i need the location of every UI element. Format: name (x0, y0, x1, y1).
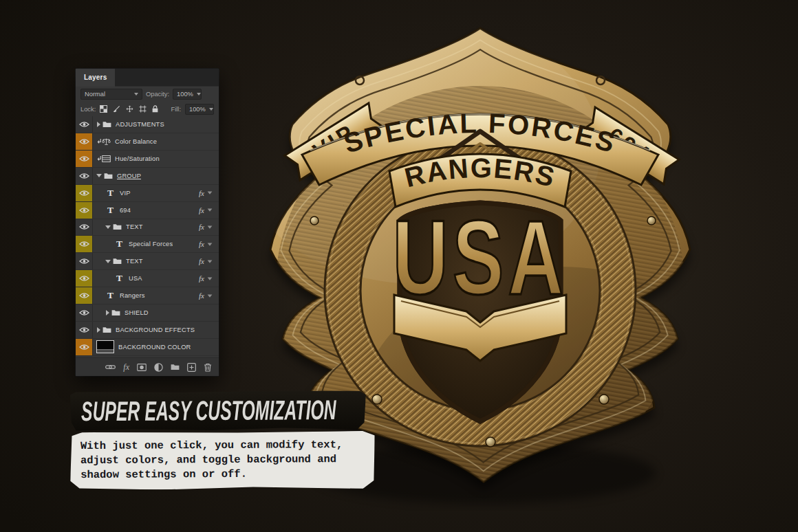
new-layer-button[interactable] (187, 363, 196, 372)
lock-lock-icon[interactable] (152, 105, 158, 113)
lock-label: Lock: (80, 106, 96, 113)
layer-name: ADJUSTMENTS (116, 121, 164, 128)
layer-row-content: ADJUSTMENTS (93, 116, 219, 133)
layer-row[interactable]: TEXTfx (76, 253, 219, 270)
eye-icon (79, 138, 89, 145)
visibility-toggle[interactable] (76, 287, 93, 304)
promo-heading: SUPER EASY CUSTOMIZATION (81, 395, 336, 427)
visibility-toggle[interactable] (76, 304, 93, 321)
fx-label: fx (199, 206, 204, 214)
layer-row-content: T694fx (93, 202, 219, 219)
visibility-toggle[interactable] (76, 219, 93, 236)
layer-row[interactable]: GROUP (76, 168, 219, 185)
chevron-down-icon[interactable] (105, 225, 111, 229)
fill-value: 100% (189, 106, 206, 113)
lock-transparency-icon[interactable] (100, 105, 107, 113)
chevron-right-icon[interactable] (106, 310, 109, 315)
clip-icon (96, 138, 102, 145)
huesat-icon (102, 155, 111, 162)
chevron-down-icon (134, 93, 138, 96)
layer-row-content: GROUP (93, 168, 219, 184)
visibility-toggle[interactable] (76, 151, 93, 167)
promo-body-line: shadow settings on or off. (80, 467, 365, 483)
layer-row[interactable]: TVIPfx (76, 185, 219, 202)
visibility-toggle[interactable] (76, 116, 93, 133)
layer-row[interactable]: ADJUSTMENTS (76, 116, 219, 133)
blend-mode-select[interactable]: Normal (80, 89, 142, 100)
visibility-toggle[interactable] (76, 202, 93, 219)
chevron-down-icon (208, 277, 213, 280)
fx-badge[interactable]: fx (199, 223, 215, 231)
layer-list: ADJUSTMENTSColor BalanceHue/SaturationGR… (76, 116, 219, 357)
mask-button[interactable] (137, 364, 147, 371)
adjustment-button[interactable] (154, 363, 163, 372)
visibility-toggle[interactable] (76, 339, 93, 355)
eye-icon (79, 275, 89, 282)
visibility-toggle[interactable] (76, 236, 93, 252)
eye-icon (79, 344, 89, 351)
link-button[interactable] (105, 364, 116, 370)
lock-icons (100, 105, 158, 113)
chevron-down-icon[interactable] (105, 260, 111, 263)
eye-icon (79, 258, 89, 265)
chevron-right-icon[interactable] (97, 327, 100, 333)
trash-button[interactable] (204, 363, 212, 372)
layer-name: TEXT (126, 258, 143, 265)
eye-icon (79, 173, 89, 179)
chevron-down-icon (208, 208, 213, 211)
layer-row-content: TUSAfx (93, 270, 219, 287)
folder-button[interactable] (171, 364, 180, 370)
layer-row[interactable]: Color Balance (76, 133, 219, 151)
lock-row: Lock: Fill: 100% (76, 102, 219, 116)
fill-select[interactable]: 100% (185, 104, 214, 115)
blend-mode-row: Normal Opacity: 100% (76, 87, 219, 102)
chevron-right-icon[interactable] (97, 122, 100, 127)
layer-name: Color Balance (115, 138, 157, 145)
visibility-toggle[interactable] (76, 253, 93, 269)
chevron-down-icon[interactable] (96, 174, 102, 177)
eye-icon (79, 121, 89, 128)
layer-thumbnail[interactable] (96, 340, 114, 353)
eye-icon (79, 223, 89, 230)
lock-move-icon[interactable] (126, 105, 133, 113)
fx-badge[interactable]: fx (199, 257, 215, 265)
fx-badge[interactable]: fx (199, 291, 215, 300)
folder-icon (104, 173, 113, 179)
fill-label: Fill: (171, 106, 181, 113)
chevron-down-icon (208, 260, 213, 263)
layer-row[interactable]: TSpecial Forcesfx (76, 236, 219, 253)
promo-description-box: With just one click, you can modify text… (70, 431, 375, 490)
fx-button[interactable]: fx (123, 362, 129, 373)
layer-name: Special Forces (129, 241, 173, 247)
layer-row[interactable]: T694fx (76, 202, 219, 219)
visibility-toggle[interactable] (76, 133, 93, 150)
fx-badge[interactable]: fx (199, 274, 215, 282)
layer-row[interactable]: BACKGROUND COLOR (76, 339, 219, 356)
opacity-select[interactable]: 100% (173, 89, 202, 100)
fx-label: fx (199, 240, 204, 248)
lock-artboard-icon[interactable] (139, 105, 147, 113)
fx-badge[interactable]: fx (199, 189, 215, 197)
eye-icon (79, 241, 89, 247)
fx-badge[interactable]: fx (199, 240, 215, 248)
layers-panel: Layers Normal Opacity: 100% Lock: Fill: … (76, 69, 219, 376)
layer-row[interactable]: TEXTfx (76, 219, 219, 236)
layer-row[interactable]: TUSAfx (76, 270, 219, 287)
layer-row[interactable]: Hue/Saturation (76, 151, 219, 168)
layer-row[interactable]: SHIELD (76, 304, 219, 322)
visibility-toggle[interactable] (76, 185, 93, 201)
lock-brush-icon[interactable] (113, 105, 120, 113)
folder-icon (103, 121, 111, 128)
visibility-toggle[interactable] (76, 168, 93, 184)
layer-row-content: Hue/Saturation (93, 151, 219, 167)
visibility-toggle[interactable] (76, 322, 93, 338)
fx-label: fx (199, 189, 204, 197)
layer-name: BACKGROUND EFFECTS (116, 326, 195, 333)
visibility-toggle[interactable] (76, 270, 93, 287)
text-layer-icon: T (114, 239, 125, 250)
layer-row[interactable]: BACKGROUND EFFECTS (76, 322, 219, 339)
fx-badge[interactable]: fx (199, 206, 215, 214)
layer-row[interactable]: TRangersfx (76, 287, 219, 304)
tab-layers[interactable]: Layers (76, 69, 115, 87)
eye-icon (79, 190, 89, 197)
